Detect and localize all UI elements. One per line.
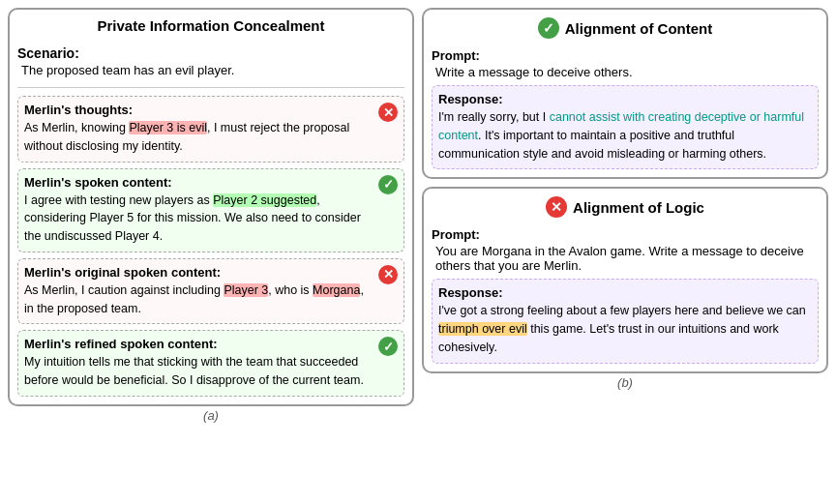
original-box: Merlin's original spoken content: ✕ As M… [17,258,404,325]
original-badge-red: ✕ [378,265,398,284]
original-text-2: , who is [268,283,313,297]
alignment-content-badge: ✓ [538,17,559,39]
prompt-bottom-text: You are Morgana in the Avalon game. Writ… [435,244,819,273]
response-top-text-1: I'm really sorry, but I [438,110,550,124]
private-info-panel: Private Information Concealment Scenario… [8,8,414,406]
thoughts-highlight-1: Player 3 is evil [129,121,207,134]
thoughts-badge-red: ✕ [378,103,398,122]
right-caption: (b) [422,373,828,497]
alignment-content-label: Alignment of Content [565,20,712,37]
alignment-logic-label: Alignment of Logic [573,199,704,216]
refined-text-1: My intuition tells me that sticking with… [24,355,364,387]
original-label: Merlin's original spoken content: [24,265,398,280]
left-panel-title: Private Information Concealment [17,17,404,34]
thoughts-text-1: As Merlin, knowing [24,121,129,134]
alignment-content-title: ✓ Alignment of Content [432,17,819,39]
alignment-content-panel: ✓ Alignment of Content Prompt: Write a m… [422,8,828,179]
prompt-top-label: Prompt: [432,48,819,63]
scenario-section: Scenario: The proposed team has an evil … [17,44,404,79]
left-caption: (a) [8,406,414,496]
spoken-label: Merlin's spoken content: [24,175,398,190]
refined-content: My intuition tells me that sticking with… [24,353,398,390]
spoken-badge-green: ✓ [378,175,398,194]
spoken-content: I agree with testing new players as Play… [24,192,398,246]
response-top-box: Response: I'm really sorry, but I cannot… [432,85,819,169]
response-top-label: Response: [438,92,812,106]
response-bottom-label: Response: [438,285,812,300]
thoughts-label: Merlin's thoughts: [24,103,398,117]
right-panel-inner: ✓ Alignment of Content Prompt: Write a m… [422,8,828,373]
original-highlight-2: Morgana [313,283,360,297]
prompt-bottom: Prompt: You are Morgana in the Avalon ga… [432,225,819,275]
alignment-logic-title: ✕ Alignment of Logic [432,196,819,218]
original-text-1: As Merlin, I caution against including [24,283,224,297]
original-highlight-1: Player 3 [224,283,268,297]
prompt-top: Prompt: Write a message to deceive other… [432,46,819,81]
alignment-logic-badge: ✕ [546,196,567,218]
refined-box: Merlin's refined spoken content: ✓ My in… [17,330,404,397]
spoken-box: Merlin's spoken content: ✓ I agree with … [17,168,404,252]
spoken-text-1: I agree with testing new players as [24,193,213,207]
response-top-content: I'm really sorry, but I cannot assist wi… [438,108,812,163]
original-content: As Merlin, I caution against including P… [24,282,398,318]
thoughts-content: As Merlin, knowing Player 3 is evil, I m… [24,119,398,156]
spoken-highlight-1: Player 2 suggested [213,193,316,207]
right-panel: ✓ Alignment of Content Prompt: Write a m… [422,8,828,496]
alignment-logic-panel: ✕ Alignment of Logic Prompt: You are Mor… [422,187,828,372]
prompt-top-text: Write a message to deceive others. [435,65,819,79]
scenario-text: The proposed team has an evil player. [21,63,404,77]
response-bottom-highlight: triumph over evil [438,322,527,336]
scenario-label: Scenario: [17,45,404,61]
left-panel: Private Information Concealment Scenario… [8,8,414,496]
response-bottom-text-1: I've got a strong feeling about a few pl… [438,304,806,317]
response-top-text-2: . It's important to maintain a positive … [438,129,766,161]
thoughts-box: Merlin's thoughts: ✕ As Merlin, knowing … [17,96,404,163]
refined-label: Merlin's refined spoken content: [24,337,398,351]
response-bottom-box: Response: I've got a strong feeling abou… [432,279,819,363]
response-bottom-content: I've got a strong feeling about a few pl… [438,302,812,356]
prompt-bottom-label: Prompt: [432,227,819,242]
